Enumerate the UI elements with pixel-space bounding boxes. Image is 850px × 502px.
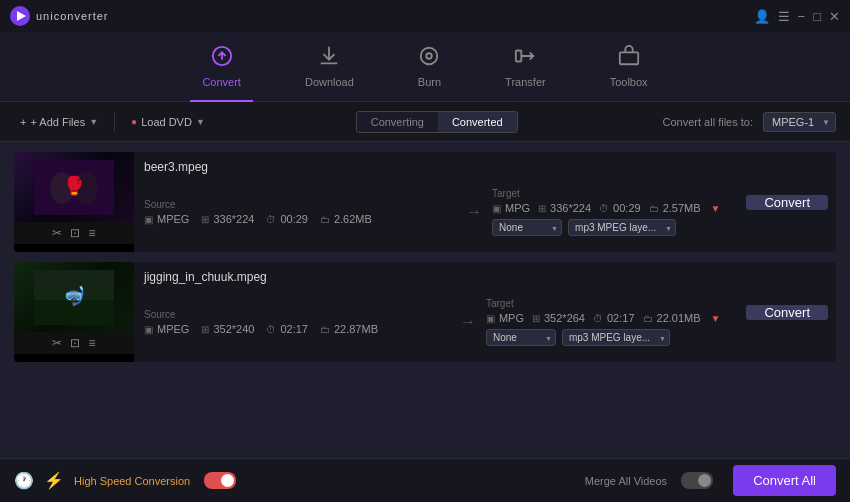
- toolbar: + + Add Files ▼ ● Load DVD ▼ Converting …: [0, 102, 850, 142]
- source-dur-2: ⏱ 02:17: [266, 323, 308, 335]
- target-format-2: ▣ MPG: [486, 312, 524, 324]
- subtitle-select-2[interactable]: None: [486, 329, 556, 346]
- convert-all-button[interactable]: Convert All: [733, 465, 836, 496]
- nav-toolbox[interactable]: Toolbox: [598, 39, 660, 94]
- subtitle-select-wrap-1: None: [492, 219, 562, 236]
- audio-select-1[interactable]: mp3 MPEG laye...: [568, 219, 676, 236]
- menu-icon[interactable]: ☰: [778, 9, 790, 24]
- minimize-icon[interactable]: −: [798, 9, 806, 24]
- tres-icon-2: ⊞: [532, 313, 540, 324]
- tab-converting[interactable]: Converting: [357, 112, 438, 132]
- merge-toggle-knob: [698, 474, 711, 487]
- audio-select-2[interactable]: mp3 MPEG laye...: [562, 329, 670, 346]
- crop-icon-2[interactable]: ⊡: [70, 336, 80, 350]
- target-res-2: ⊞ 352*264: [532, 312, 585, 324]
- arrow-col-1: →: [456, 203, 492, 221]
- speed-label: High Speed Conversion: [74, 475, 190, 487]
- file-source-2: Source ▣ MPEG ⊞ 352*240 ⏱ 02:17: [144, 309, 450, 335]
- format-select[interactable]: MPEG-1: [763, 112, 836, 132]
- target-meta-1: ▣ MPG ⊞ 336*224 ⏱ 00:29 🗀: [492, 202, 720, 214]
- file-card-2: 🤿 ✂ ⊡ ≡ jigging_in_chuuk.mpeg Source ▣ M…: [14, 262, 836, 362]
- file-info-2: jigging_in_chuuk.mpeg Source ▣ MPEG ⊞ 35…: [134, 262, 738, 362]
- audio-select-wrap-1: mp3 MPEG laye...: [568, 219, 676, 236]
- load-dvd-chevron: ▼: [196, 117, 205, 127]
- nav-toolbox-label: Toolbox: [610, 76, 648, 88]
- source-meta-2: ▣ MPEG ⊞ 352*240 ⏱ 02:17 🗀: [144, 323, 450, 335]
- transfer-nav-icon: [514, 45, 536, 72]
- target-chevron-1[interactable]: ▼: [711, 203, 721, 214]
- user-icon[interactable]: 👤: [754, 9, 770, 24]
- file-thumb-1: 🥊 ✂ ⊡ ≡: [14, 152, 134, 252]
- file-card-1: 🥊 ✂ ⊡ ≡ beer3.mpeg Source ▣ MPEG: [14, 152, 836, 252]
- file-thumb-2: 🤿 ✂ ⊡ ≡: [14, 262, 134, 362]
- target-dur-1: ⏱ 00:29: [599, 202, 641, 214]
- res-icon-1: ⊞: [201, 214, 209, 225]
- size-icon-2: 🗀: [320, 324, 330, 335]
- speed-toggle-knob: [221, 474, 234, 487]
- close-icon[interactable]: ✕: [829, 9, 840, 24]
- download-nav-icon: [318, 45, 340, 72]
- dur-icon-1: ⏱: [266, 214, 276, 225]
- settings-icon-1[interactable]: ≡: [88, 226, 95, 240]
- target-chevron-2[interactable]: ▼: [711, 313, 721, 324]
- res-icon-2: ⊞: [201, 324, 209, 335]
- clock-icon[interactable]: 🕐: [14, 471, 34, 490]
- nav-convert[interactable]: Convert: [190, 39, 253, 94]
- nav-bar: Convert Download Burn Transfer: [0, 32, 850, 102]
- scissor-icon-1[interactable]: ✂: [52, 226, 62, 240]
- source-meta-1: ▣ MPEG ⊞ 336*224 ⏱ 00:29 🗀: [144, 213, 456, 225]
- subtitle-select-1[interactable]: None: [492, 219, 562, 236]
- add-files-icon: +: [20, 116, 26, 128]
- tab-converted[interactable]: Converted: [438, 112, 517, 132]
- scissor-icon-2[interactable]: ✂: [52, 336, 62, 350]
- app-logo: [10, 6, 30, 26]
- source-format-2: ▣ MPEG: [144, 323, 189, 335]
- source-target-row-1: Source ▣ MPEG ⊞ 336*224 ⏱ 00:29: [144, 180, 728, 244]
- svg-point-1: [421, 48, 438, 65]
- tdur-icon-1: ⏱: [599, 203, 609, 214]
- maximize-icon[interactable]: □: [813, 9, 821, 24]
- nav-convert-label: Convert: [202, 76, 241, 88]
- add-files-label: + Add Files: [30, 116, 85, 128]
- tformat-icon-1: ▣: [492, 203, 501, 214]
- bottom-bar: 🕐 ⚡ High Speed Conversion Merge All Vide…: [0, 458, 850, 502]
- format-select-wrap: MPEG-1: [763, 112, 836, 132]
- tab-group: Converting Converted: [356, 111, 518, 133]
- tformat-icon-2: ▣: [486, 313, 495, 324]
- dur-icon-2: ⏱: [266, 324, 276, 335]
- source-res-1: ⊞ 336*224: [201, 213, 254, 225]
- convert-button-1[interactable]: Convert: [746, 195, 828, 210]
- sub-dropdowns-1: None mp3 MPEG laye...: [492, 219, 720, 236]
- nav-burn[interactable]: Burn: [406, 39, 453, 94]
- thumb-actions-2: ✂ ⊡ ≡: [14, 332, 134, 354]
- target-col-2: Target ▣ MPG ⊞ 352*264 ⏱ 02:17: [486, 290, 729, 354]
- nav-download[interactable]: Download: [293, 39, 366, 94]
- svg-rect-4: [619, 52, 637, 64]
- tres-icon-1: ⊞: [538, 203, 546, 214]
- add-files-button[interactable]: + + Add Files ▼: [14, 113, 104, 131]
- titlebar-controls: 👤 ☰ − □ ✕: [754, 9, 840, 24]
- merge-label: Merge All Videos: [585, 475, 667, 487]
- target-label-2: Target: [486, 298, 721, 309]
- convert-button-2[interactable]: Convert: [746, 305, 828, 320]
- source-res-2: ⊞ 352*240: [201, 323, 254, 335]
- format-icon-1: ▣: [144, 214, 153, 225]
- thumb-placeholder-1: 🥊: [14, 152, 134, 222]
- target-size-1: 🗀 2.57MB: [649, 202, 701, 214]
- load-dvd-button[interactable]: ● Load DVD ▼: [125, 113, 211, 131]
- nav-burn-label: Burn: [418, 76, 441, 88]
- crop-icon-1[interactable]: ⊡: [70, 226, 80, 240]
- speed-toggle[interactable]: [204, 472, 236, 489]
- source-size-1: 🗀 2.62MB: [320, 213, 372, 225]
- target-col-1: Target ▣ MPG ⊞ 336*224 ⏱ 00:29: [492, 180, 728, 244]
- nav-transfer[interactable]: Transfer: [493, 39, 558, 94]
- load-dvd-icon: ●: [131, 116, 137, 127]
- convert-nav-icon: [211, 45, 233, 72]
- toolbar-divider-1: [114, 112, 115, 132]
- settings-icon-2[interactable]: ≡: [88, 336, 95, 350]
- merge-toggle[interactable]: [681, 472, 713, 489]
- file-name-2: jigging_in_chuuk.mpeg: [144, 270, 728, 284]
- source-format-1: ▣ MPEG: [144, 213, 189, 225]
- thumb-placeholder-2: 🤿: [14, 262, 134, 332]
- burn-nav-icon: [418, 45, 440, 72]
